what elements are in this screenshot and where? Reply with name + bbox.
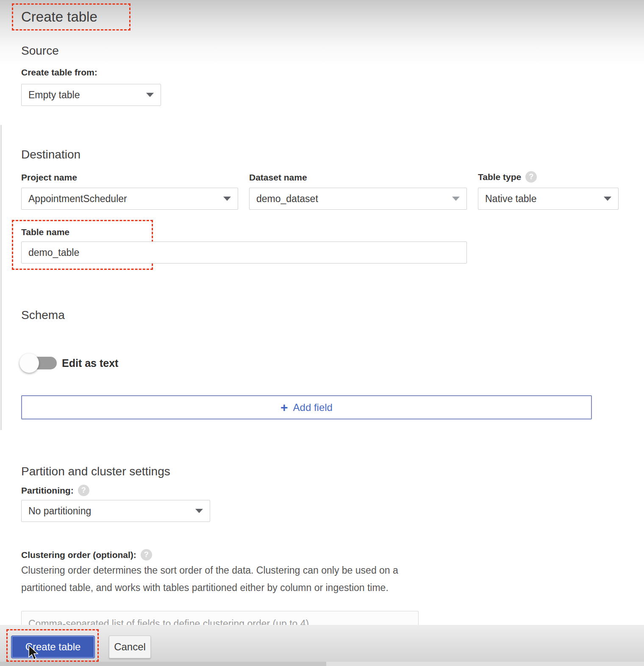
destination-heading: Destination [21, 148, 80, 161]
project-name-select[interactable]: AppointmentScheduler [21, 188, 238, 210]
partition-heading: Partition and cluster settings [21, 465, 170, 478]
chevron-down-icon [223, 197, 231, 201]
clustering-order-label: Clustering order (optional): [21, 550, 136, 560]
plus-icon: + [280, 401, 288, 414]
dataset-name-label: Dataset name [249, 172, 307, 183]
project-name-label: Project name [21, 172, 77, 183]
create-table-from-value: Empty table [28, 89, 80, 101]
create-table-from-label: Create table from: [21, 67, 97, 78]
table-name-input[interactable] [21, 241, 467, 264]
partitioning-value: No partitioning [28, 505, 91, 517]
bottom-strip-left [0, 662, 326, 666]
partitioning-label: Partitioning: [21, 486, 74, 496]
table-type-label-row: Table type ? [478, 171, 537, 183]
help-icon[interactable]: ? [525, 171, 537, 183]
help-icon[interactable]: ? [141, 549, 152, 561]
chevron-down-icon [195, 509, 203, 513]
edit-as-text-toggle[interactable] [19, 353, 58, 374]
partitioning-label-row: Partitioning: ? [21, 485, 89, 496]
dataset-name-value: demo_dataset [256, 193, 318, 205]
clustering-label-row: Clustering order (optional): ? [21, 549, 152, 561]
help-icon[interactable]: ? [78, 485, 89, 496]
cancel-button[interactable]: Cancel [109, 635, 151, 658]
table-name-label: Table name [21, 227, 69, 237]
create-table-button[interactable]: Create table [11, 635, 95, 658]
left-edge-artifact [0, 125, 2, 430]
table-type-label: Table type [478, 172, 521, 182]
create-table-page: Create table Source Create table from: E… [0, 0, 644, 666]
chevron-down-icon [604, 197, 611, 201]
add-field-label: Add field [293, 402, 333, 413]
table-type-select[interactable]: Native table [478, 188, 619, 210]
source-heading: Source [21, 44, 59, 58]
table-type-value: Native table [485, 193, 536, 205]
chevron-down-icon [146, 93, 154, 97]
mouse-cursor-icon [27, 644, 40, 661]
schema-heading: Schema [21, 308, 65, 322]
bottom-strip-right [326, 662, 644, 666]
toggle-knob-icon [19, 353, 39, 373]
clustering-description: Clustering order determines the sort ord… [21, 562, 417, 597]
partitioning-select[interactable]: No partitioning [21, 500, 210, 522]
chevron-down-icon [452, 197, 460, 201]
project-name-value: AppointmentScheduler [28, 193, 127, 205]
page-title: Create table [21, 9, 97, 25]
dataset-name-select[interactable]: demo_dataset [249, 188, 467, 210]
add-field-button[interactable]: + Add field [21, 395, 592, 419]
cancel-button-label: Cancel [114, 641, 146, 653]
create-table-from-select[interactable]: Empty table [21, 84, 161, 106]
edit-as-text-label: Edit as text [62, 357, 118, 369]
